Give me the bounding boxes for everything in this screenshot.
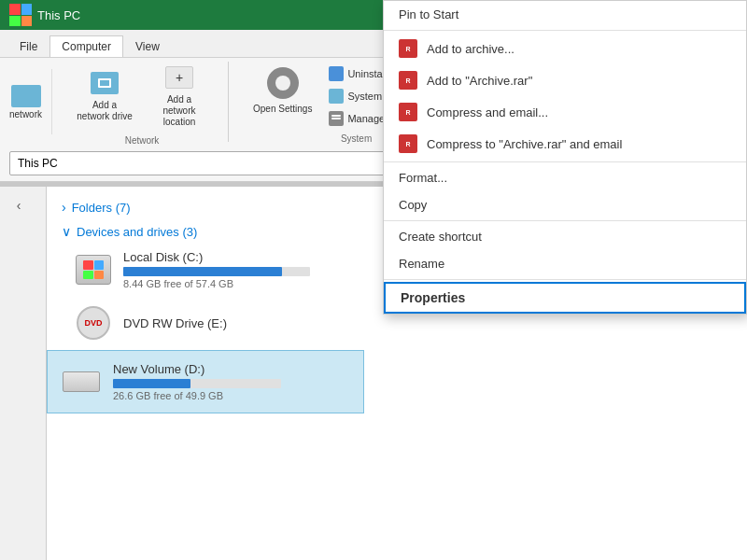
context-pin-start[interactable]: Pin to Start <box>384 1 746 28</box>
logo-area: This PC <box>9 4 80 26</box>
folders-chevron: › <box>62 200 66 215</box>
rename-label: Rename <box>399 257 444 271</box>
properties-label: Properties <box>401 290 465 305</box>
rar-icon-3: R <box>399 103 417 121</box>
context-compress-email[interactable]: R Compress and email... <box>384 96 746 128</box>
drive-progress-d <box>113 379 190 388</box>
devices-chevron: ∨ <box>62 224 71 239</box>
drive-icon-e: DVD <box>75 304 112 342</box>
context-create-shortcut[interactable]: Create shortcut <box>384 223 746 250</box>
add-archive-rar-label: Add to "Archive.rar" <box>427 74 532 88</box>
compress-rar-email-label: Compress to "Archive.rar" and email <box>427 137 622 151</box>
devices-label: Devices and drives (3) <box>77 225 197 239</box>
sidebar: ‹ <box>0 187 47 560</box>
compress-email-label: Compress and email... <box>427 105 548 119</box>
format-label: Format... <box>399 171 447 185</box>
context-format[interactable]: Format... <box>384 164 746 191</box>
network-group-label: Network <box>125 135 160 146</box>
selected-drive-panel[interactable]: New Volume (D:) 26.6 GB free of 49.9 GB <box>47 350 364 413</box>
tab-view[interactable]: View <box>123 35 172 57</box>
separator-1 <box>384 30 746 31</box>
drive-progress-c <box>123 267 282 276</box>
separator-2 <box>384 161 746 162</box>
add-archive-label: Add to archive... <box>427 42 514 56</box>
folders-label: Folders (7) <box>72 201 131 215</box>
windows-logo-icon <box>9 4 32 26</box>
copy-label: Copy <box>399 198 427 212</box>
network-drive-icon <box>11 85 41 107</box>
create-shortcut-label: Create shortcut <box>399 230 482 244</box>
sidebar-collapse-button[interactable]: ‹ <box>9 196 28 215</box>
ribbon-group-network: Add a network drive + Add a network loca… <box>71 62 229 142</box>
context-compress-rar-email[interactable]: R Compress to "Archive.rar" and email <box>384 128 746 160</box>
drive-name-e: DVD RW Drive (E:) <box>123 316 732 330</box>
add-network-location-button[interactable]: + Add a network location <box>146 59 213 132</box>
drive-info-e: DVD RW Drive (E:) <box>123 316 732 330</box>
add-network-drive-button[interactable]: Add a network drive <box>71 64 138 126</box>
window-title: This PC <box>37 8 80 22</box>
system-group-label: System <box>341 133 372 144</box>
context-properties[interactable]: Properties <box>384 282 746 314</box>
drive-name-d: New Volume (D:) <box>113 362 348 376</box>
tab-computer[interactable]: Computer <box>49 35 123 57</box>
context-menu: Pin to Start R Add to archive... R Add t… <box>383 0 747 315</box>
rar-icon-2: R <box>399 71 417 90</box>
context-rename[interactable]: Rename <box>384 250 746 277</box>
pin-start-label: Pin to Start <box>399 7 458 21</box>
context-add-archive-rar[interactable]: R Add to "Archive.rar" <box>384 64 746 96</box>
drive-icon-d <box>63 363 100 400</box>
drive-info-d: New Volume (D:) 26.6 GB free of 49.9 GB <box>113 362 348 401</box>
drive-space-d: 26.6 GB free of 49.9 GB <box>113 390 348 401</box>
open-settings-button[interactable]: Open Settings <box>247 61 317 118</box>
separator-4 <box>384 279 746 280</box>
context-add-archive[interactable]: R Add to archive... <box>384 33 746 64</box>
context-copy[interactable]: Copy <box>384 191 746 218</box>
separator-3 <box>384 220 746 221</box>
drive-icon-c <box>75 251 112 288</box>
manage-label: Manage <box>347 113 385 124</box>
tab-file[interactable]: File <box>7 35 49 57</box>
drive-progress-bg-c <box>123 267 310 276</box>
rar-icon-4: R <box>399 134 417 153</box>
drive-progress-bg-d <box>113 379 281 388</box>
rar-icon-1: R <box>399 39 417 58</box>
